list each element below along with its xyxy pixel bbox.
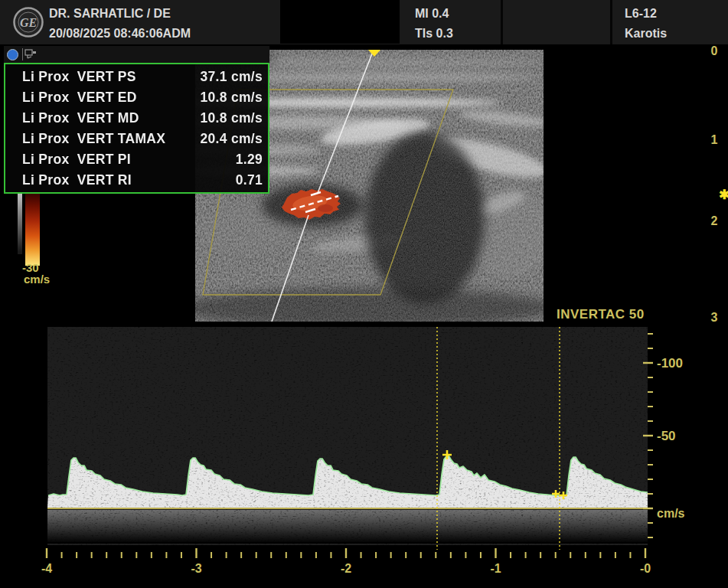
top-status-bar: GE DR. SARHATLIC / DE 20/08/2025 08:46:0…: [0, 0, 728, 44]
velocity-axis-unit: cm/s: [657, 507, 685, 520]
measurement-row: Li Prox VERT ED10.8 cm/s: [5, 87, 268, 108]
measurement-label: Li Prox VERT PS: [5, 69, 136, 85]
time-axis-label: -4: [41, 562, 52, 575]
invert-status-label: INVERTAC 50: [557, 307, 645, 322]
color-scale-unit: cm/s: [24, 273, 50, 286]
color-scale-bar: [25, 191, 40, 266]
measurement-label: Li Prox VERT MD: [5, 110, 139, 126]
measurement-results-panel: Li Prox VERT PS37.1 cm/sLi Prox VERT ED1…: [4, 46, 269, 194]
probe-name: L6-12: [625, 7, 657, 21]
measurement-row: Li Prox VERT PI1.29: [5, 149, 268, 170]
annotation-glyph-icon: [23, 47, 38, 61]
mi-index: MI 0.4: [415, 7, 449, 21]
measurement-value: 10.8 cm/s: [200, 90, 268, 106]
time-axis-label: -0: [640, 562, 651, 575]
results-panel-header: [4, 46, 269, 63]
status-dot-icon: [7, 49, 18, 60]
depth-mark: 0: [706, 44, 723, 58]
time-axis-label: -3: [191, 562, 201, 575]
measurement-row: Li Prox VERT TAMAX20.4 cm/s: [5, 129, 268, 149]
ge-logo-icon: GE: [12, 6, 44, 38]
svg-text:GE: GE: [20, 16, 37, 29]
topbar-divider: [501, 0, 503, 44]
measurement-value: 1.29: [236, 152, 268, 168]
measurement-label: Li Prox VERT ED: [5, 90, 137, 106]
measurement-label: Li Prox VERT RI: [5, 172, 132, 188]
time-axis-label: -1: [490, 562, 501, 575]
tis-index: TIs 0.3: [415, 27, 453, 41]
ultrasound-screen: GE DR. SARHATLIC / DE 20/08/2025 08:46:0…: [0, 0, 728, 588]
time-axis-label: -2: [341, 562, 351, 575]
exam-datetime: 20/08/2025 08:46:06ADM: [49, 27, 191, 41]
focus-marker-icon: ✱: [719, 187, 728, 203]
preset-name: Karotis: [625, 27, 667, 41]
measurement-value: 0.71: [236, 172, 268, 188]
measurement-label: Li Prox VERT TAMAX: [5, 131, 165, 147]
measurement-label: Li Prox VERT PI: [5, 152, 131, 168]
measurement-value: 10.8 cm/s: [200, 110, 268, 126]
gray-scale-bar: [18, 193, 22, 254]
velocity-axis-label: -50: [657, 429, 676, 443]
measurement-row: Li Prox VERT PS37.1 cm/s: [5, 67, 268, 87]
depth-mark: 2: [706, 214, 723, 228]
depth-mark: 1: [706, 133, 723, 147]
topbar-divider: [610, 0, 612, 44]
results-table: Li Prox VERT PS37.1 cm/sLi Prox VERT ED1…: [4, 63, 269, 194]
measurement-row: Li Prox VERT MD10.8 cm/s: [5, 108, 268, 129]
measurement-row: Li Prox VERT RI0.71: [5, 170, 268, 191]
redacted-patient-field: [280, 0, 400, 44]
velocity-axis-label: -100: [657, 356, 683, 371]
physician-name: DR. SARHATLIC / DE: [49, 7, 171, 21]
measurement-value: 37.1 cm/s: [200, 69, 268, 85]
measurement-value: 20.4 cm/s: [200, 131, 268, 147]
spectral-doppler-display: -100-50cm/s-4-3-2-1-0: [0, 322, 728, 588]
